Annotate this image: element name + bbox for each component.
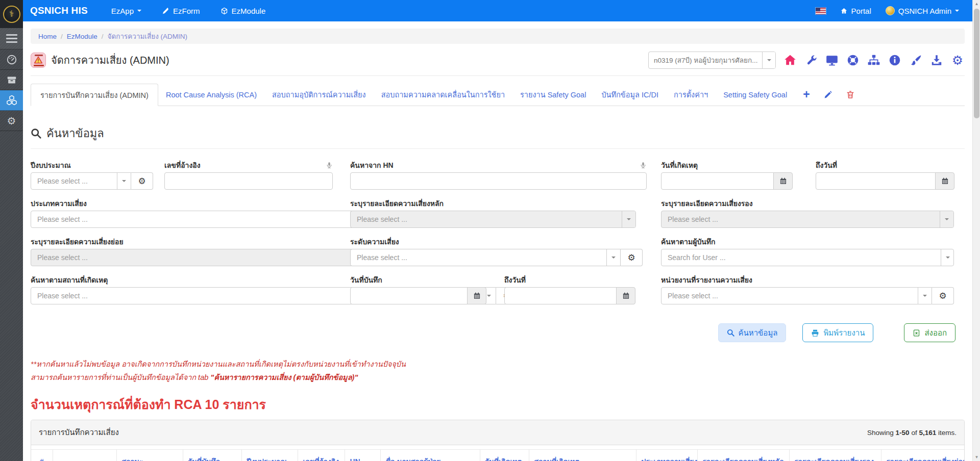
vertical-scrollbar[interactable]: ▲ ▼: [972, 0, 980, 461]
edit-pencil-icon[interactable]: [823, 90, 832, 99]
nav-item-ezform[interactable]: EzForm: [162, 7, 200, 15]
sidebar-item-settings[interactable]: ⚙: [0, 111, 23, 131]
home-icon[interactable]: [783, 53, 797, 67]
record-date-input[interactable]: [350, 287, 468, 304]
tab-risk-records-admin[interactable]: รายการบันทึกความเสี่ยง (ADMIN): [31, 84, 158, 106]
search-button[interactable]: ค้นหาข้อมูล: [718, 323, 787, 342]
tab-safety-goal-report[interactable]: รายงาน Safety Goal: [512, 84, 594, 106]
sidebar-item-ezmodule[interactable]: [0, 90, 23, 111]
life-ring-icon[interactable]: [846, 53, 860, 67]
monitor-icon[interactable]: [825, 53, 839, 67]
risk-level-settings-button[interactable]: ⚙: [621, 249, 643, 266]
hamburger-icon: [6, 34, 17, 43]
sitemap-icon[interactable]: [867, 53, 881, 67]
hn-search-input[interactable]: [350, 172, 647, 190]
col-reference-no[interactable]: เลขที่อ้างอิง: [298, 450, 345, 461]
recorder-search-input[interactable]: [661, 249, 954, 266]
col-incident-date[interactable]: วันที่เกิดเหตุ: [480, 450, 529, 461]
risk-level-select[interactable]: Please select ...: [350, 249, 621, 266]
sidebar-item-menu-toggle[interactable]: [0, 28, 23, 49]
workspace-select[interactable]: n0319 (ส7บี) หอผู้ป่วยกุมารศัลยก...: [648, 52, 776, 69]
col-patient-name[interactable]: ชื่อ-นามสกุลผู้ป่วย: [380, 450, 480, 461]
col-status[interactable]: สถานะ: [116, 450, 183, 461]
search-actions: ค้นหาข้อมูล พิมพ์รายงาน ส่งออก: [31, 323, 965, 342]
printer-icon: [811, 329, 819, 337]
nav-item-ezmodule[interactable]: EzModule: [220, 7, 266, 15]
col-risk-type[interactable]: ประเภทความเสี่ยง: [636, 450, 697, 461]
info-icon[interactable]: [888, 53, 902, 67]
qsnich-logo-icon: ⚕: [3, 6, 20, 23]
fiscal-year-select[interactable]: Please select ...: [31, 172, 131, 190]
sidebar-item-dashboard[interactable]: [0, 49, 23, 70]
search-form-row-4: ค้นหาตามสถานที่เกิดเหตุ Please select ..…: [31, 275, 965, 313]
breadcrumb-home-link[interactable]: Home: [38, 33, 57, 40]
nav-item-user-menu[interactable]: QSNICH Admin: [886, 6, 959, 15]
scroll-up-arrow[interactable]: ▲: [973, 0, 980, 8]
calendar-icon: [622, 292, 630, 300]
scroll-down-arrow[interactable]: ▼: [973, 453, 980, 461]
language-flag-icon[interactable]: [816, 8, 826, 14]
print-report-button[interactable]: พิมพ์รายงาน: [802, 323, 873, 342]
reference-no-input[interactable]: [164, 172, 333, 190]
add-tab-button[interactable]: +: [803, 89, 810, 100]
field-incident-date: วันที่เกิดเหตุ: [661, 160, 793, 190]
nav-item-ezapp[interactable]: EzApp: [111, 7, 141, 15]
wrench-icon[interactable]: [804, 53, 818, 67]
col-incident-location[interactable]: สถานที่เกิดเหตุ: [529, 450, 636, 461]
panel-body: # สถานะ วันที่บันทึก ปีงบประมาณ เลขที่อ้…: [31, 445, 964, 461]
col-hn[interactable]: HN: [345, 450, 380, 461]
tab-medication-error-inquiry[interactable]: สอบถามความคลาดเคลื่อนในการใช้ยา: [374, 84, 512, 106]
gear-icon[interactable]: ⚙: [950, 53, 965, 67]
brand-title: QSNICH HIS: [30, 5, 88, 16]
reporting-unit-settings-button[interactable]: ⚙: [932, 287, 954, 304]
delete-trash-icon[interactable]: [846, 90, 855, 99]
col-fiscal-year[interactable]: ปีงบประมาณ: [241, 450, 298, 461]
risk-main-detail-select[interactable]: Please select ...: [350, 211, 636, 228]
col-record-date[interactable]: วันที่บันทึก: [183, 450, 241, 461]
gear-icon: ⚙: [7, 115, 16, 127]
tab-rca[interactable]: Root Cause Analysis (RCA): [158, 84, 264, 106]
field-risk-level: ระดับความเสี่ยง Please select ... ⚙: [350, 237, 643, 266]
field-hn-search: ค้นหาจาก HN: [350, 160, 647, 190]
reporting-unit-select[interactable]: Please select ...: [661, 287, 932, 304]
gauge-icon: [6, 54, 17, 65]
microphone-icon[interactable]: [326, 161, 333, 169]
calendar-button[interactable]: [773, 172, 793, 190]
col-risk-minor-detail[interactable]: รายละเอียดความเสี่ยงย่อย: [881, 450, 965, 461]
calendar-button[interactable]: [467, 287, 486, 304]
breadcrumb: Home / EzModule / จัดการความเสี่ยง (ADMI…: [31, 29, 965, 44]
rca-count-heading: จำนวนเหตุการณ์ที่ต้องทำ RCA 10 รายการ: [31, 394, 965, 415]
download-icon[interactable]: [929, 53, 944, 67]
sidebar-item-archive[interactable]: [0, 70, 23, 90]
risk-app-icon: [31, 53, 46, 68]
col-risk-main-detail[interactable]: รายละเอียดความเสี่ยงหลัก: [697, 450, 789, 461]
calendar-button[interactable]: [935, 172, 954, 190]
field-record-date: วันที่บันทึก: [350, 275, 486, 304]
search-form-row-3: ระบุรายละเอียดความเสี่ยงย่อย Please sele…: [31, 237, 965, 275]
to-date-2-input[interactable]: [504, 287, 617, 304]
risk-records-panel: รายการบันทึกความเสี่ยง Showing 1-50 of 5…: [31, 420, 965, 461]
tab-bar: รายการบันทึกความเสี่ยง (ADMIN) Root Caus…: [31, 84, 965, 106]
export-button[interactable]: ส่งออก: [904, 323, 955, 342]
tab-incident-inquiry[interactable]: สอบถามอุบัติการณ์ความเสี่ยง: [264, 84, 374, 106]
calendar-button[interactable]: [616, 287, 635, 304]
workspace-value: n0319 (ส7บี) หอผู้ป่วยกุมารศัลยก...: [649, 55, 762, 66]
breadcrumb-active: จัดการความเสี่ยง (ADMIN): [108, 31, 187, 42]
nav-item-portal[interactable]: Portal: [840, 7, 871, 15]
tab-setting-safety-goal[interactable]: Setting Safety Goal: [716, 84, 795, 106]
paintbrush-icon[interactable]: [909, 53, 923, 67]
scrollbar-thumb[interactable]: [974, 9, 979, 118]
tab-icdi-entry[interactable]: บันทึกข้อมูล IC/DI: [594, 84, 666, 106]
panel-title: รายการบันทึกความเสี่ยง: [39, 426, 119, 439]
breadcrumb-ezmodule-link[interactable]: EzModule: [67, 33, 97, 40]
app-logo[interactable]: ⚕: [0, 0, 23, 28]
search-form-row-2: ประเภทความเสี่ยง Please select ... ⚙ ระบ…: [31, 198, 965, 237]
col-risk-sub-detail[interactable]: รายละเอียดความเสี่ยงรอง: [789, 450, 881, 461]
chevron-down-icon: [762, 52, 775, 68]
tab-settings[interactable]: การตั้งค่าฯ: [666, 84, 716, 106]
to-date-1-input[interactable]: [816, 172, 936, 190]
fiscal-year-settings-button[interactable]: ⚙: [131, 172, 153, 190]
incident-date-input[interactable]: [661, 172, 774, 190]
risk-sub-detail-select[interactable]: Please select ...: [661, 211, 954, 228]
microphone-icon[interactable]: [640, 161, 647, 169]
